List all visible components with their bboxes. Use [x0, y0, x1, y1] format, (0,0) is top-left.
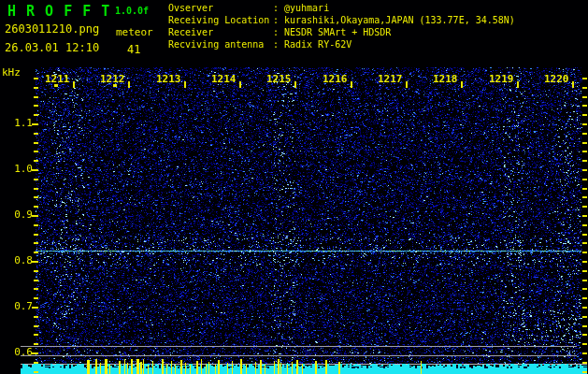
y-axis-unit-label: kHz: [2, 66, 21, 79]
info-value: @yuhmari: [284, 2, 329, 14]
capture-mode: meteor: [116, 26, 153, 38]
station-info-panel: Ovserver : @yuhmari Receiving Location :…: [168, 2, 515, 50]
freq-label: 0.7: [14, 301, 33, 312]
capture-filename: 2603011210.png: [5, 22, 99, 36]
freq-label: 1.1: [14, 118, 33, 129]
info-row-antenna: Recviving antenna : Radix RY-62V: [168, 38, 515, 50]
meteor-count: 41: [127, 43, 140, 56]
time-label: 1212: [100, 73, 125, 85]
time-label: 1217: [378, 73, 403, 85]
time-label: 1215: [266, 73, 292, 85]
app-version: 1.0.0f: [115, 6, 149, 16]
info-label: Recviving antenna: [168, 38, 273, 50]
freq-label: 0.9: [14, 209, 33, 221]
time-label: 1219: [489, 73, 514, 85]
freq-label: 1.0: [14, 164, 33, 175]
time-label: 1211: [45, 73, 70, 85]
info-value: Radix RY-62V: [284, 38, 351, 50]
info-separator: :: [273, 14, 284, 26]
info-label: Ovserver: [168, 2, 273, 14]
time-label: 1218: [433, 73, 458, 85]
time-label: 1213: [156, 73, 181, 85]
capture-datetime: 26.03.01 12:10: [5, 41, 99, 54]
info-separator: :: [273, 2, 284, 14]
info-value: NESDR SMArt + HDSDR: [284, 26, 391, 38]
info-value: kurashiki,Okayama,JAPAN (133.77E, 34.58N…: [284, 14, 515, 26]
spectrogram-canvas: [0, 0, 588, 374]
hrofft-screen: H R O F F T 1.0.0f 2603011210.png meteor…: [0, 0, 588, 374]
info-label: Receiver: [168, 26, 273, 38]
time-label: 1214: [211, 73, 237, 85]
time-label: 1220: [544, 73, 569, 85]
info-row-location: Receiving Location : kurashiki,Okayama,J…: [168, 14, 515, 26]
freq-label: 0.6: [14, 347, 33, 358]
info-row-receiver: Receiver : NESDR SMArt + HDSDR: [168, 26, 515, 38]
freq-label: 0.8: [14, 255, 33, 266]
time-label: 1216: [323, 73, 348, 85]
info-row-observer: Ovserver : @yuhmari: [168, 2, 515, 14]
app-logo: H R O F F T: [7, 3, 110, 20]
info-separator: :: [273, 26, 284, 38]
info-label: Receiving Location: [168, 14, 273, 26]
info-separator: :: [273, 38, 284, 50]
